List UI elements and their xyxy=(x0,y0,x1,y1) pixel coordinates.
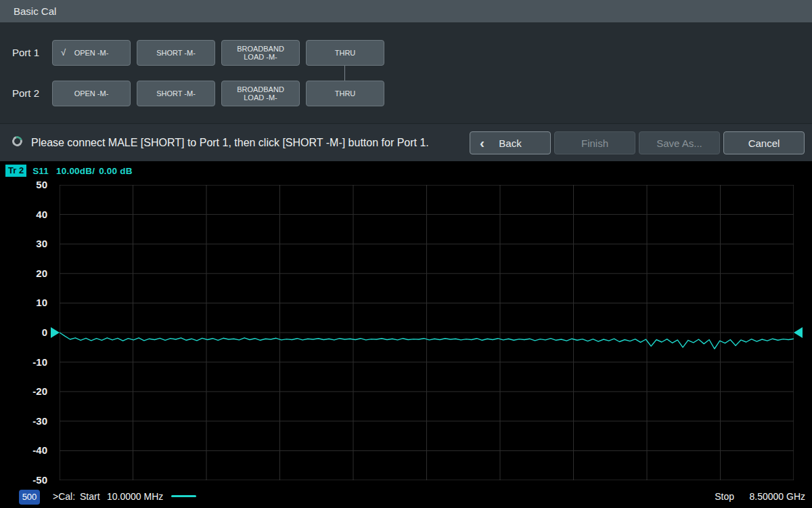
port1-label: Port 1 xyxy=(12,40,47,66)
trace-scale-value: 10.00dB/ xyxy=(56,166,95,176)
y-axis-tick-label: 30 xyxy=(5,237,47,251)
y-axis-tick-label: 20 xyxy=(5,267,47,280)
trace-ref-value: 0.00 dB xyxy=(99,166,132,176)
port1-broadband-load-button[interactable]: BROADBAND LOAD -M- xyxy=(221,40,300,66)
port2-open-label: OPEN -M- xyxy=(74,89,109,98)
ref-level-marker-left[interactable] xyxy=(51,327,60,338)
start-frequency-value: 10.0000 MHz xyxy=(107,486,163,507)
cancel-button[interactable]: Cancel xyxy=(723,131,805,154)
port2-short-label: SHORT -M- xyxy=(156,89,196,98)
finish-button[interactable]: Finish xyxy=(554,131,635,154)
port1-thru-button[interactable]: THRU xyxy=(306,40,384,66)
basic-cal-window: Basic Cal Port 1 √ OPEN -M- SHORT -M- BR… xyxy=(0,0,812,508)
port2-label: Port 2 xyxy=(12,81,47,106)
port2-open-button[interactable]: OPEN -M- xyxy=(52,81,131,106)
cal-status-prefix: >Cal: xyxy=(53,486,75,507)
port2-broadband-load-button[interactable]: BROADBAND LOAD -M- xyxy=(221,81,300,106)
trace-header: Tr 2 S11 10.00dB/ 0.00 dB xyxy=(5,165,133,177)
check-icon: √ xyxy=(61,49,66,57)
save-as-label: Save As... xyxy=(656,137,702,149)
stop-frequency-value: 8.50000 GHz xyxy=(750,486,806,507)
y-axis-tick-label: -50 xyxy=(5,473,47,487)
instruction-text: Please connect MALE [SHORT] to Port 1, t… xyxy=(31,124,429,162)
port2-short-button[interactable]: SHORT -M- xyxy=(137,81,215,106)
stop-frequency-label: Stop xyxy=(715,486,734,507)
y-axis-tick-label: -20 xyxy=(5,385,47,398)
port2-thru-button[interactable]: THRU xyxy=(306,81,384,106)
wizard-prompt-bar: Please connect MALE [SHORT] to Port 1, t… xyxy=(0,123,812,161)
port1-short-label: SHORT -M- xyxy=(156,49,196,57)
y-axis-tick-label: 50 xyxy=(5,178,47,192)
wizard-actions: ‹ Back Finish Save As... Cancel xyxy=(470,131,805,154)
window-title-bar: Basic Cal xyxy=(0,0,812,22)
cancel-label: Cancel xyxy=(748,137,780,149)
port2-broadband-load-label: BROADBAND LOAD -M- xyxy=(237,85,284,102)
graticule-plot xyxy=(60,185,794,480)
finish-label: Finish xyxy=(581,137,608,149)
trace-color-swatch xyxy=(171,495,196,497)
start-frequency-label: Start xyxy=(80,486,100,507)
trace-badge[interactable]: Tr 2 xyxy=(5,165,26,177)
ref-level-marker-right[interactable] xyxy=(794,327,803,338)
back-label: Back xyxy=(499,137,521,149)
points-count-badge[interactable]: 500 xyxy=(19,490,40,505)
port1-broadband-load-label: BROADBAND LOAD -M- xyxy=(237,45,284,61)
thru-connector-line xyxy=(344,66,345,81)
port1-short-button[interactable]: SHORT -M- xyxy=(137,40,215,66)
y-axis-tick-label: 10 xyxy=(5,296,47,310)
port1-thru-label: THRU xyxy=(335,49,356,57)
y-axis-tick-label: -10 xyxy=(5,356,47,369)
y-axis-tick-label: 40 xyxy=(5,208,47,221)
window-title: Basic Cal xyxy=(14,0,56,22)
save-as-button[interactable]: Save As... xyxy=(639,131,720,154)
back-button[interactable]: ‹ Back xyxy=(470,131,551,154)
cal-standards-panel: Port 1 √ OPEN -M- SHORT -M- BROADBAND LO… xyxy=(0,22,812,123)
y-axis-tick-label: 0 xyxy=(5,326,47,339)
chevron-left-icon: ‹ xyxy=(480,135,484,150)
y-axis-tick-label: -40 xyxy=(5,444,47,457)
measurement-display: Tr 2 S11 10.00dB/ 0.00 dB 50403020100-10… xyxy=(0,161,812,508)
frequency-status-bar: 500 >Cal: Start 10.0000 MHz Stop 8.50000… xyxy=(0,486,812,508)
y-axis-tick-label: -30 xyxy=(5,415,47,428)
s-parameter-label: S11 xyxy=(32,166,49,176)
port1-open-button[interactable]: √ OPEN -M- xyxy=(52,40,131,66)
port1-open-label: OPEN -M- xyxy=(74,49,109,57)
port2-thru-label: THRU xyxy=(335,89,356,98)
progress-ring-icon xyxy=(10,134,24,148)
